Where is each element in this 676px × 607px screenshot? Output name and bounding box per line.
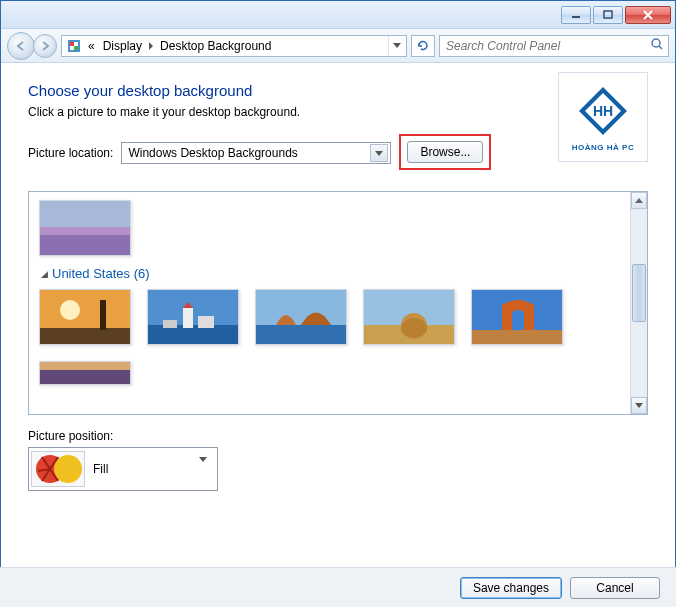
scrollbar[interactable] [630, 192, 647, 414]
svg-point-38 [54, 455, 82, 483]
refresh-button[interactable] [411, 35, 435, 57]
search-icon [650, 37, 664, 54]
picture-location-row: Picture location: Windows Desktop Backgr… [28, 135, 648, 171]
wallpaper-thumbnail[interactable] [39, 361, 131, 385]
svg-point-8 [652, 39, 660, 47]
save-changes-button[interactable]: Save changes [460, 577, 562, 599]
browse-button[interactable]: Browse... [407, 141, 483, 163]
chevron-down-icon [199, 462, 215, 476]
brand-logo-text: HOÀNG HÀ PC [572, 143, 634, 152]
content-area: Choose your desktop background Click a p… [0, 62, 676, 567]
navigation-bar: « Display Desktop Background [1, 29, 675, 63]
svg-rect-21 [148, 325, 239, 345]
wallpaper-thumbnail[interactable] [147, 289, 239, 345]
svg-point-31 [401, 318, 427, 338]
svg-line-2 [644, 11, 652, 19]
address-bar[interactable]: « Display Desktop Background [61, 35, 407, 57]
wallpaper-thumbnail[interactable] [255, 289, 347, 345]
svg-rect-13 [40, 201, 131, 231]
search-box[interactable] [439, 35, 669, 57]
svg-line-9 [659, 46, 662, 49]
picture-location-dropdown[interactable]: Windows Desktop Backgrounds [121, 142, 391, 164]
dialog-footer: Save changes Cancel [0, 567, 676, 607]
page-heading: Choose your desktop background [28, 82, 648, 99]
back-button[interactable] [7, 32, 35, 60]
control-panel-icon [66, 38, 82, 54]
cancel-button[interactable]: Cancel [570, 577, 660, 599]
breadcrumb-desktop-background[interactable]: Desktop Background [158, 39, 273, 53]
svg-rect-1 [604, 11, 612, 18]
page-subtext: Click a picture to make it your desktop … [28, 105, 648, 119]
scrollbar-thumb[interactable] [632, 264, 646, 322]
svg-rect-24 [198, 316, 214, 328]
category-header[interactable]: ◢ United States (6) [41, 266, 620, 281]
collapse-icon: ◢ [41, 269, 48, 279]
svg-rect-25 [163, 320, 177, 328]
wallpaper-thumbnail[interactable] [363, 289, 455, 345]
svg-rect-33 [472, 330, 563, 345]
breadcrumb-separator [148, 39, 154, 53]
wallpaper-thumbnail[interactable] [39, 289, 131, 345]
maximize-button[interactable] [593, 6, 623, 24]
wallpaper-list-pane: ◢ United States (6) [28, 191, 648, 415]
browse-highlight: Browse... [399, 134, 491, 170]
close-button[interactable] [625, 6, 671, 24]
address-dropdown[interactable] [388, 36, 404, 56]
breadcrumb-prefix: « [86, 39, 97, 53]
svg-rect-27 [256, 325, 347, 345]
picture-position-dropdown[interactable]: Fill [28, 447, 218, 491]
svg-rect-15 [40, 227, 131, 235]
svg-rect-17 [40, 328, 131, 345]
breadcrumb-display[interactable]: Display [101, 39, 144, 53]
category-label: United States (6) [52, 266, 150, 281]
wallpaper-thumbnail[interactable] [471, 289, 563, 345]
chevron-down-icon [370, 144, 388, 162]
svg-rect-6 [70, 42, 74, 46]
svg-rect-22 [183, 308, 193, 328]
forward-button[interactable] [33, 34, 57, 58]
wallpaper-thumbnail[interactable] [39, 200, 131, 256]
window-titlebar [1, 1, 675, 29]
brand-logo: HH HOÀNG HÀ PC [558, 72, 648, 162]
picture-position-label: Picture position: [28, 429, 648, 443]
svg-point-18 [60, 300, 80, 320]
svg-rect-35 [40, 370, 131, 385]
svg-text:HH: HH [593, 103, 613, 119]
minimize-button[interactable] [561, 6, 591, 24]
picture-position-section: Picture position: Fill [28, 429, 648, 491]
svg-rect-7 [74, 46, 78, 50]
svg-rect-19 [100, 300, 106, 330]
picture-location-label: Picture location: [28, 146, 113, 160]
svg-rect-20 [148, 290, 239, 325]
svg-line-3 [644, 11, 652, 19]
picture-location-value: Windows Desktop Backgrounds [128, 146, 297, 160]
search-input[interactable] [444, 38, 650, 54]
scroll-up-button[interactable] [631, 192, 647, 209]
svg-rect-26 [256, 290, 347, 325]
position-value: Fill [93, 462, 108, 476]
position-preview-icon [31, 451, 85, 487]
scroll-down-button[interactable] [631, 397, 647, 414]
